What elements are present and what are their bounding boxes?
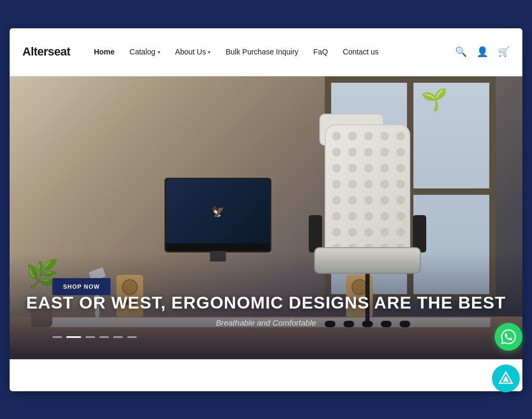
monitor-decoration: 🦅: [165, 178, 271, 252]
chevron-down-icon: ▾: [208, 49, 210, 55]
chevron-down-icon: ▾: [158, 49, 160, 55]
hero-title: EAST OR WEST, ERGONOMIC DESIGNS ARE THE …: [10, 293, 522, 313]
monocal-label: MONOCAL: [487, 394, 525, 400]
plant-top-decoration: 🌱: [421, 87, 448, 112]
nav-home[interactable]: Home: [88, 43, 121, 60]
nav-faq[interactable]: FaQ: [307, 43, 334, 60]
slider-dot-6[interactable]: [127, 336, 137, 338]
slider-dot-2[interactable]: [66, 336, 81, 338]
browser-window: Alterseat Home Catalog ▾ About Us ▾ Bulk…: [10, 28, 522, 391]
monocal-badge[interactable]: MONOCAL: [487, 365, 525, 400]
login-icon[interactable]: 👤: [476, 46, 488, 58]
navbar: Alterseat Home Catalog ▾ About Us ▾ Bulk…: [10, 28, 522, 76]
slider-dot-1[interactable]: [52, 336, 62, 338]
bottom-bar: [10, 359, 522, 391]
nav-bulk-purchase[interactable]: Bulk Purchase Inquiry: [219, 43, 304, 60]
slider-dot-4[interactable]: [99, 336, 109, 338]
cart-icon[interactable]: 🛒: [498, 46, 510, 58]
nav-actions: 🔍 👤 🛒: [455, 46, 510, 58]
monocal-icon: [492, 365, 520, 392]
slider-dot-5[interactable]: [113, 336, 123, 338]
nav-catalog[interactable]: Catalog ▾: [123, 43, 167, 60]
hero-subtitle: Breathable and Comfortable: [10, 318, 522, 327]
nav-about[interactable]: About Us ▾: [169, 43, 217, 60]
slider-dots: [52, 336, 137, 338]
whatsapp-button[interactable]: [495, 323, 522, 351]
search-icon[interactable]: 🔍: [455, 46, 467, 58]
hero-content: EAST OR WEST, ERGONOMIC DESIGNS ARE THE …: [10, 293, 522, 327]
nav-contact[interactable]: Contact us: [337, 43, 385, 60]
hero-section: 🦅 🌿: [10, 76, 522, 359]
slider-dot-3[interactable]: [85, 336, 95, 338]
nav-links: Home Catalog ▾ About Us ▾ Bulk Purchase …: [88, 43, 455, 60]
site-logo[interactable]: Alterseat: [22, 45, 71, 59]
